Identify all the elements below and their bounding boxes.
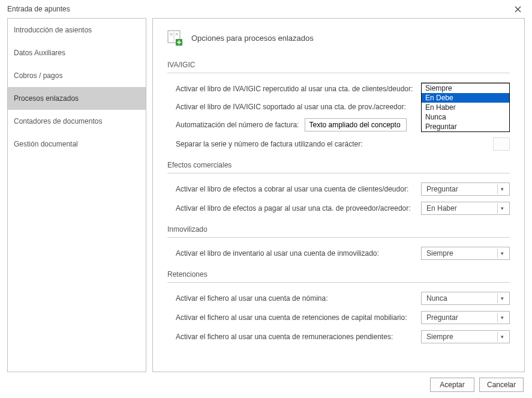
section-retenciones-header: Retenciones (167, 267, 510, 283)
inmov-inventario-combo[interactable]: Siempre ▾ (421, 247, 510, 260)
retenciones-nomina-combo[interactable]: Nunca ▾ (421, 292, 510, 305)
sidebar-item-contadores[interactable]: Contadores de documentos (8, 110, 146, 133)
efectos-pagar-label: Activar el libro de efectos a pagar al u… (176, 204, 421, 213)
dropdown-option-nunca[interactable]: Nunca (422, 112, 509, 122)
dialog-footer: Aceptar Cancelar (430, 378, 524, 392)
titlebar: Entrada de apuntes (0, 0, 532, 18)
dropdown-option-en-debe[interactable]: En Debe (422, 93, 509, 103)
chevron-down-icon: ▾ (497, 332, 507, 342)
dropdown-option-en-haber[interactable]: En Haber (422, 103, 509, 112)
chevron-down-icon: ▾ (497, 184, 507, 194)
combo-value: Preguntar (426, 185, 458, 193)
retenciones-nomina-label: Activar el fichero al usar una cuenta de… (176, 294, 421, 303)
combo-value: Nunca (426, 294, 447, 303)
retenciones-capital-combo[interactable]: Preguntar ▾ (421, 311, 510, 324)
page-title: Opciones para procesos enlazados (191, 34, 314, 43)
retenciones-row-nomina: Activar el fichero al usar una cuenta de… (167, 289, 510, 308)
efectos-row-cobrar: Activar el libro de efectos a cobrar al … (167, 179, 510, 199)
sidebar: Introducción de asientos Datos Auxiliare… (7, 18, 146, 372)
inmov-inventario-label: Activar el libro de inventario al usar u… (176, 249, 421, 258)
sidebar-item-cobros-pagos[interactable]: Cobros / pagos (8, 64, 146, 87)
inmov-row-inventario: Activar el libro de inventario al usar u… (167, 244, 510, 263)
chevron-down-icon: ▾ (497, 313, 507, 322)
chevron-down-icon: ▾ (497, 204, 507, 213)
accept-button[interactable]: Aceptar (430, 378, 474, 392)
efectos-row-pagar: Activar el libro de efectos a pagar al u… (167, 199, 510, 218)
chevron-down-icon: ▾ (497, 249, 507, 258)
section-inmov-header: Inmovilizado (167, 222, 510, 238)
sidebar-item-gestion-documental[interactable]: Gestión documental (8, 133, 146, 155)
combo-value: Preguntar (426, 313, 458, 322)
window-title: Entrada de apuntes (7, 5, 70, 13)
content-header: D H Opciones para procesos enlazados (167, 29, 510, 46)
iva-row-separar-serie: Separar la serie y número de factura uti… (167, 134, 510, 154)
combo-value: Siempre (426, 333, 453, 341)
combo-value: Siempre (426, 249, 453, 258)
retenciones-capital-label: Activar el fichero al usar una cuenta de… (176, 313, 421, 322)
dropdown-option-siempre[interactable]: Siempre (422, 83, 509, 93)
sidebar-item-datos-auxiliares[interactable]: Datos Auxiliares (8, 41, 146, 64)
sidebar-item-procesos-enlazados[interactable]: Procesos enlazados (8, 87, 146, 110)
chevron-down-icon: ▾ (497, 294, 507, 303)
close-icon (515, 6, 521, 13)
dropdown-option-preguntar[interactable]: Preguntar (422, 122, 509, 131)
cancel-button[interactable]: Cancelar (479, 378, 524, 392)
close-button[interactable] (509, 2, 526, 16)
retenciones-row-capital: Activar el fichero al usar una cuenta de… (167, 308, 510, 327)
iva-soportado-label: Activar el libro de IVA/IGIC soportado a… (176, 103, 421, 111)
iva-repercutido-label: Activar el libro de IVA/IGIC repercutido… (176, 85, 421, 93)
iva-soportado-dropdown[interactable]: Siempre En Debe En Haber Nunca Preguntar (421, 83, 510, 132)
combo-value: En Haber (426, 204, 457, 213)
iva-row-soportado: Activar el libro de IVA/IGIC soportado a… (167, 98, 510, 115)
section-efectos-header: Efectos comerciales (167, 157, 510, 173)
svg-text:D: D (170, 32, 173, 36)
retenciones-remuneraciones-combo[interactable]: Siempre ▾ (421, 330, 510, 343)
retenciones-remuneraciones-label: Activar el fichero al usar una cuenta de… (176, 333, 421, 341)
auto-factura-label: Automatización del número de factura: (176, 121, 299, 129)
svg-text:H: H (176, 32, 178, 36)
sidebar-item-introduccion[interactable]: Introducción de asientos (8, 19, 146, 41)
auto-factura-input[interactable] (305, 118, 407, 131)
efectos-cobrar-combo[interactable]: Preguntar ▾ (421, 182, 510, 196)
separar-serie-label: Separar la serie y número de factura uti… (176, 140, 493, 148)
separar-serie-input[interactable] (493, 137, 510, 151)
content-panel: D H Opciones para procesos enlazados IVA… (152, 18, 525, 372)
linked-process-icon: D H (167, 29, 184, 46)
efectos-pagar-combo[interactable]: En Haber ▾ (421, 202, 510, 215)
retenciones-row-remuneraciones: Activar el fichero al usar una cuenta de… (167, 327, 510, 346)
efectos-cobrar-label: Activar el libro de efectos a cobrar al … (176, 185, 421, 193)
main-area: Introducción de asientos Datos Auxiliare… (0, 18, 532, 372)
section-iva-header: IVA/IGIC (167, 57, 510, 73)
